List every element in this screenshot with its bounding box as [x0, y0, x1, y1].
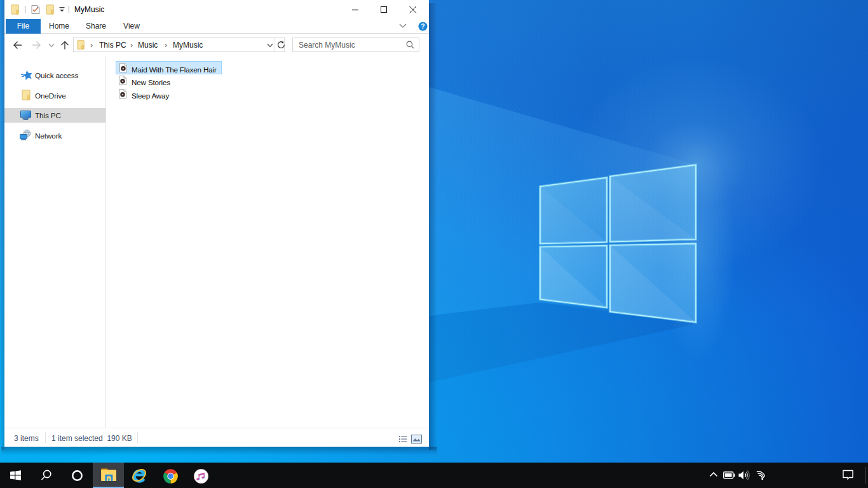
- svg-text:?: ?: [421, 22, 424, 30]
